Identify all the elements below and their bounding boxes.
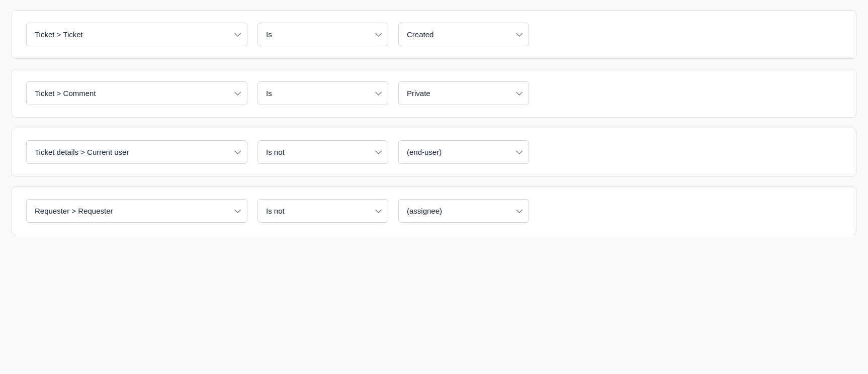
operator-chevron-icon-0 (375, 31, 380, 38)
value-select-3[interactable]: (assignee) (398, 199, 529, 223)
value-select-label-0: Created (407, 30, 433, 39)
value-chevron-icon-3 (516, 208, 520, 215)
value-select-1[interactable]: Private (398, 81, 529, 105)
field-select-label-3: Requester > Requester (35, 207, 113, 215)
operator-select-1[interactable]: Is (257, 81, 388, 105)
operator-select-label-1: Is (266, 89, 272, 98)
operator-select-label-3: Is not (266, 207, 285, 215)
value-chevron-icon-1 (516, 90, 520, 97)
condition-row: Ticket > Comment Is Private (12, 69, 856, 118)
value-select-0[interactable]: Created (398, 23, 529, 46)
operator-chevron-icon-2 (375, 149, 380, 156)
operator-chevron-icon-3 (375, 208, 380, 215)
field-select-label-2: Ticket details > Current user (35, 148, 129, 156)
operator-chevron-icon-1 (375, 90, 380, 97)
operator-select-2[interactable]: Is not (257, 140, 388, 164)
conditions-container: Ticket > Ticket Is Created Ticket > Comm… (12, 10, 856, 235)
value-select-2[interactable]: (end-user) (398, 140, 529, 164)
field-chevron-icon-2 (234, 149, 239, 156)
value-chevron-icon-0 (516, 31, 520, 38)
value-select-label-3: (assignee) (407, 207, 442, 215)
operator-select-0[interactable]: Is (257, 23, 388, 46)
field-chevron-icon-1 (234, 90, 239, 97)
field-select-0[interactable]: Ticket > Ticket (26, 23, 247, 46)
field-select-label-1: Ticket > Comment (35, 89, 96, 98)
field-select-2[interactable]: Ticket details > Current user (26, 140, 247, 164)
field-chevron-icon-3 (234, 208, 239, 215)
value-select-label-2: (end-user) (407, 148, 442, 156)
field-select-3[interactable]: Requester > Requester (26, 199, 247, 223)
condition-row: Requester > Requester Is not (assignee) (12, 186, 856, 235)
operator-select-label-2: Is not (266, 148, 285, 156)
value-select-label-1: Private (407, 89, 430, 98)
field-select-1[interactable]: Ticket > Comment (26, 81, 247, 105)
field-select-label-0: Ticket > Ticket (35, 30, 83, 39)
condition-row: Ticket > Ticket Is Created (12, 10, 856, 59)
value-chevron-icon-2 (516, 149, 520, 156)
operator-select-label-0: Is (266, 30, 272, 39)
condition-row: Ticket details > Current user Is not (en… (12, 128, 856, 176)
field-chevron-icon-0 (234, 31, 239, 38)
operator-select-3[interactable]: Is not (257, 199, 388, 223)
